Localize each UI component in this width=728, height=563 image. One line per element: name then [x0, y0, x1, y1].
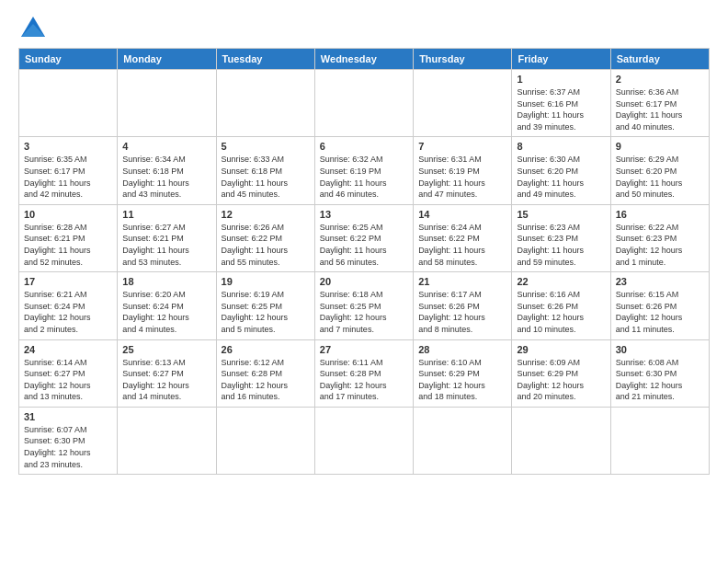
table-row — [216, 70, 314, 137]
table-row: 14Sunrise: 6:24 AM Sunset: 6:22 PM Dayli… — [414, 204, 512, 271]
table-row: 17Sunrise: 6:21 AM Sunset: 6:24 PM Dayli… — [19, 272, 118, 339]
table-row: 27Sunrise: 6:11 AM Sunset: 6:28 PM Dayli… — [314, 339, 413, 407]
day-number: 3 — [24, 141, 112, 152]
table-row: 11Sunrise: 6:27 AM Sunset: 6:21 PM Dayli… — [118, 204, 216, 271]
day-number: 9 — [616, 141, 704, 152]
day-number: 17 — [24, 276, 112, 287]
day-number: 25 — [122, 344, 210, 355]
table-row: 15Sunrise: 6:23 AM Sunset: 6:23 PM Dayli… — [512, 204, 610, 271]
day-number: 14 — [418, 209, 506, 220]
col-monday: Monday — [118, 49, 216, 70]
day-info: Sunrise: 6:21 AM Sunset: 6:24 PM Dayligh… — [24, 289, 112, 335]
day-number: 27 — [320, 344, 408, 355]
day-info: Sunrise: 6:12 AM Sunset: 6:28 PM Dayligh… — [222, 357, 310, 403]
day-number: 22 — [517, 276, 605, 287]
col-thursday: Thursday — [414, 49, 512, 70]
table-row: 25Sunrise: 6:13 AM Sunset: 6:27 PM Dayli… — [118, 339, 216, 407]
day-number: 20 — [320, 276, 408, 287]
col-wednesday: Wednesday — [314, 49, 413, 70]
table-row — [414, 70, 512, 137]
day-info: Sunrise: 6:10 AM Sunset: 6:29 PM Dayligh… — [418, 357, 506, 403]
day-number: 23 — [616, 276, 704, 287]
table-row: 6Sunrise: 6:32 AM Sunset: 6:19 PM Daylig… — [314, 137, 413, 204]
col-sunday: Sunday — [19, 49, 118, 70]
day-number: 12 — [222, 209, 310, 220]
table-row: 26Sunrise: 6:12 AM Sunset: 6:28 PM Dayli… — [216, 339, 314, 407]
table-row: 20Sunrise: 6:18 AM Sunset: 6:25 PM Dayli… — [314, 272, 413, 339]
day-info: Sunrise: 6:36 AM Sunset: 6:17 PM Dayligh… — [616, 86, 704, 132]
table-row — [414, 407, 512, 474]
table-row — [314, 70, 413, 137]
table-row: 30Sunrise: 6:08 AM Sunset: 6:30 PM Dayli… — [610, 339, 709, 407]
day-info: Sunrise: 6:17 AM Sunset: 6:26 PM Dayligh… — [418, 289, 506, 335]
day-number: 2 — [616, 74, 704, 85]
day-number: 16 — [616, 209, 704, 220]
table-row: 10Sunrise: 6:28 AM Sunset: 6:21 PM Dayli… — [19, 204, 118, 271]
table-row — [512, 407, 610, 474]
day-info: Sunrise: 6:25 AM Sunset: 6:22 PM Dayligh… — [320, 222, 408, 268]
col-friday: Friday — [512, 49, 610, 70]
calendar-row: 1Sunrise: 6:37 AM Sunset: 6:16 PM Daylig… — [19, 70, 710, 137]
day-info: Sunrise: 6:16 AM Sunset: 6:26 PM Dayligh… — [517, 289, 605, 335]
day-info: Sunrise: 6:09 AM Sunset: 6:29 PM Dayligh… — [517, 357, 605, 403]
calendar-header-row: Sunday Monday Tuesday Wednesday Thursday… — [19, 49, 710, 70]
day-info: Sunrise: 6:32 AM Sunset: 6:19 PM Dayligh… — [320, 154, 408, 200]
table-row: 9Sunrise: 6:29 AM Sunset: 6:20 PM Daylig… — [610, 137, 709, 204]
calendar-row: 17Sunrise: 6:21 AM Sunset: 6:24 PM Dayli… — [19, 272, 710, 339]
day-number: 10 — [24, 209, 112, 220]
day-info: Sunrise: 6:07 AM Sunset: 6:30 PM Dayligh… — [24, 424, 112, 470]
day-number: 18 — [122, 276, 210, 287]
table-row: 16Sunrise: 6:22 AM Sunset: 6:23 PM Dayli… — [610, 204, 709, 271]
day-number: 11 — [122, 209, 210, 220]
day-info: Sunrise: 6:14 AM Sunset: 6:27 PM Dayligh… — [24, 357, 112, 403]
table-row — [610, 407, 709, 474]
col-saturday: Saturday — [610, 49, 709, 70]
table-row: 28Sunrise: 6:10 AM Sunset: 6:29 PM Dayli… — [414, 339, 512, 407]
table-row: 1Sunrise: 6:37 AM Sunset: 6:16 PM Daylig… — [512, 70, 610, 137]
calendar-row: 10Sunrise: 6:28 AM Sunset: 6:21 PM Dayli… — [19, 204, 710, 271]
day-info: Sunrise: 6:15 AM Sunset: 6:26 PM Dayligh… — [616, 289, 704, 335]
table-row — [314, 407, 413, 474]
table-row: 4Sunrise: 6:34 AM Sunset: 6:18 PM Daylig… — [118, 137, 216, 204]
day-info: Sunrise: 6:34 AM Sunset: 6:18 PM Dayligh… — [122, 154, 210, 200]
day-number: 5 — [222, 141, 310, 152]
day-number: 13 — [320, 209, 408, 220]
day-info: Sunrise: 6:28 AM Sunset: 6:21 PM Dayligh… — [24, 222, 112, 268]
table-row: 7Sunrise: 6:31 AM Sunset: 6:19 PM Daylig… — [414, 137, 512, 204]
day-info: Sunrise: 6:35 AM Sunset: 6:17 PM Dayligh… — [24, 154, 112, 200]
day-number: 1 — [517, 74, 605, 85]
calendar-table: Sunday Monday Tuesday Wednesday Thursday… — [18, 48, 710, 475]
header — [18, 15, 710, 40]
table-row: 13Sunrise: 6:25 AM Sunset: 6:22 PM Dayli… — [314, 204, 413, 271]
day-number: 6 — [320, 141, 408, 152]
table-row — [118, 407, 216, 474]
day-info: Sunrise: 6:30 AM Sunset: 6:20 PM Dayligh… — [517, 154, 605, 200]
day-number: 21 — [418, 276, 506, 287]
table-row: 5Sunrise: 6:33 AM Sunset: 6:18 PM Daylig… — [216, 137, 314, 204]
calendar-row: 3Sunrise: 6:35 AM Sunset: 6:17 PM Daylig… — [19, 137, 710, 204]
calendar-row: 24Sunrise: 6:14 AM Sunset: 6:27 PM Dayli… — [19, 339, 710, 407]
day-number: 19 — [222, 276, 310, 287]
logo — [18, 15, 45, 40]
day-info: Sunrise: 6:29 AM Sunset: 6:20 PM Dayligh… — [616, 154, 704, 200]
day-number: 28 — [418, 344, 506, 355]
day-info: Sunrise: 6:23 AM Sunset: 6:23 PM Dayligh… — [517, 222, 605, 268]
svg-marker-1 — [21, 24, 45, 37]
day-info: Sunrise: 6:24 AM Sunset: 6:22 PM Dayligh… — [418, 222, 506, 268]
table-row: 18Sunrise: 6:20 AM Sunset: 6:24 PM Dayli… — [118, 272, 216, 339]
day-info: Sunrise: 6:13 AM Sunset: 6:27 PM Dayligh… — [122, 357, 210, 403]
day-number: 15 — [517, 209, 605, 220]
day-info: Sunrise: 6:37 AM Sunset: 6:16 PM Dayligh… — [517, 86, 605, 132]
calendar-row: 31Sunrise: 6:07 AM Sunset: 6:30 PM Dayli… — [19, 407, 710, 474]
table-row: 24Sunrise: 6:14 AM Sunset: 6:27 PM Dayli… — [19, 339, 118, 407]
day-info: Sunrise: 6:20 AM Sunset: 6:24 PM Dayligh… — [122, 289, 210, 335]
day-number: 31 — [24, 411, 112, 422]
table-row — [216, 407, 314, 474]
day-info: Sunrise: 6:27 AM Sunset: 6:21 PM Dayligh… — [122, 222, 210, 268]
day-number: 29 — [517, 344, 605, 355]
table-row — [118, 70, 216, 137]
table-row: 8Sunrise: 6:30 AM Sunset: 6:20 PM Daylig… — [512, 137, 610, 204]
day-info: Sunrise: 6:08 AM Sunset: 6:30 PM Dayligh… — [616, 357, 704, 403]
day-info: Sunrise: 6:18 AM Sunset: 6:25 PM Dayligh… — [320, 289, 408, 335]
page: Sunday Monday Tuesday Wednesday Thursday… — [0, 0, 728, 484]
